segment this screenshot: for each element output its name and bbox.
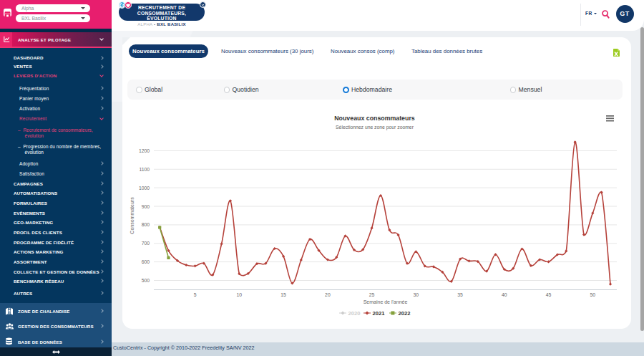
svg-text:500: 500 — [142, 278, 150, 283]
svg-text:2021: 2021 — [373, 310, 386, 317]
svg-text:45: 45 — [546, 292, 552, 297]
svg-text:Nouveaux consommateurs: Nouveaux consommateurs — [334, 115, 415, 122]
svg-text:15: 15 — [280, 292, 286, 297]
svg-text:10: 10 — [237, 292, 243, 297]
svg-text:1200: 1200 — [139, 148, 150, 153]
svg-text:30: 30 — [414, 292, 419, 297]
svg-text:2022: 2022 — [399, 310, 411, 317]
svg-text:Sélectionnez une zone pour zoo: Sélectionnez une zone pour zoomer — [336, 125, 414, 130]
svg-text:900: 900 — [142, 204, 150, 209]
svg-text:40: 40 — [502, 292, 507, 297]
svg-text:600: 600 — [142, 259, 150, 264]
svg-text:Consommateurs: Consommateurs — [130, 197, 135, 234]
svg-text:35: 35 — [457, 292, 463, 297]
svg-text:5: 5 — [194, 292, 197, 297]
svg-text:1100: 1100 — [139, 167, 150, 172]
svg-text:800: 800 — [142, 222, 150, 227]
svg-text:700: 700 — [142, 241, 150, 246]
svg-text:1000: 1000 — [139, 186, 150, 191]
svg-text:2020: 2020 — [348, 310, 361, 317]
svg-text:20: 20 — [325, 292, 331, 297]
svg-text:50: 50 — [590, 292, 596, 297]
svg-text:25: 25 — [369, 292, 375, 297]
svg-text:Semaine de l'année: Semaine de l'année — [364, 299, 408, 304]
